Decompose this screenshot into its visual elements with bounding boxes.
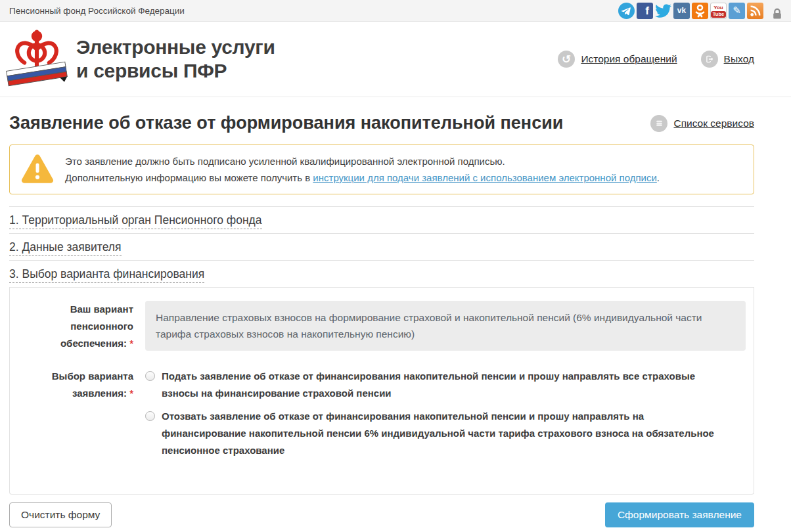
telegram-icon[interactable]	[618, 3, 635, 19]
twitter-icon[interactable]	[655, 3, 671, 19]
pension-variant-field: Направление страховых взносов на формиро…	[145, 301, 746, 351]
facebook-icon[interactable]: f	[637, 3, 653, 19]
top-bar: Пенсионный фонд Российской Федерации f v…	[0, 0, 791, 22]
logout-icon	[701, 51, 718, 68]
radio-revoke[interactable]	[145, 411, 155, 421]
form-sections: 1. Территориальный орган Пенсионного фон…	[9, 206, 754, 288]
title-row: Заявление об отказе от формирования нако…	[9, 113, 754, 133]
site-name: Пенсионный фонд Российской Федерации	[9, 6, 185, 16]
pension-variant-field-wrap: Направление страховых взносов на формиро…	[145, 301, 746, 352]
submit-button[interactable]: Сформировать заявление	[605, 502, 754, 527]
list-icon	[650, 115, 667, 132]
livejournal-icon[interactable]: ✎	[729, 3, 745, 19]
financing-panel: Ваш вариант пенсионного обеспечения: * Н…	[9, 288, 754, 495]
rss-icon[interactable]	[747, 3, 763, 19]
statement-options: Подать заявление об отказе от финансиров…	[145, 368, 746, 465]
instructions-link[interactable]: инструкции для подачи заявлений с исполь…	[313, 172, 656, 183]
warning-line-1: Это заявление должно быть подписано усил…	[65, 153, 660, 169]
history-icon: ↺	[558, 51, 575, 68]
radio-refuse[interactable]	[145, 371, 155, 381]
section-financing-choice[interactable]: 3. Выбор варианта финансирования	[9, 261, 754, 288]
services-list-link[interactable]: Список сервисов	[650, 115, 754, 132]
required-mark: *	[129, 338, 133, 349]
clear-form-button[interactable]: Очистить форму	[9, 502, 112, 527]
lock-icon	[772, 8, 782, 22]
pension-variant-row: Ваш вариант пенсионного обеспечения: * Н…	[20, 301, 746, 352]
required-mark: *	[129, 388, 133, 399]
option-refuse: Подать заявление об отказе от финансиров…	[145, 368, 746, 402]
logout-link[interactable]: Выход	[701, 51, 754, 68]
history-link[interactable]: ↺ История обращений	[558, 51, 677, 68]
brand-title: Электронные услуги и сервисы ПФР	[76, 35, 275, 83]
section-applicant-data[interactable]: 2. Данные заявителя	[9, 234, 754, 261]
option-revoke: Отозвать заявление об отказе от финансир…	[145, 408, 746, 459]
statement-choice-label: Выбор варианта заявления: *	[20, 368, 133, 465]
section-territorial-body[interactable]: 1. Территориальный орган Пенсионного фон…	[9, 206, 754, 234]
pension-variant-label: Ваш вариант пенсионного обеспечения: *	[20, 301, 133, 352]
action-bar: Очистить форму Сформировать заявление	[9, 502, 754, 527]
warning-box: Это заявление должно быть подписано усил…	[9, 144, 754, 194]
header-links: ↺ История обращений Выход	[558, 51, 754, 68]
odnoklassniki-icon[interactable]	[692, 3, 708, 19]
warning-line-2: Дополнительную информацию вы можете полу…	[65, 169, 660, 186]
warning-icon	[10, 152, 65, 187]
pfr-logo	[5, 27, 68, 91]
header: Электронные услуги и сервисы ПФР ↺ Истор…	[0, 22, 791, 97]
page-title: Заявление об отказе от формирования нако…	[9, 113, 563, 133]
social-links: f vk You Tube ✎	[618, 3, 763, 19]
vk-icon[interactable]: vk	[673, 3, 690, 19]
warning-text: Это заявление должно быть подписано усил…	[65, 153, 660, 186]
statement-choice-row: Выбор варианта заявления: * Подать заявл…	[20, 368, 746, 465]
youtube-icon[interactable]: You Tube	[710, 3, 727, 19]
brand[interactable]: Электронные услуги и сервисы ПФР	[5, 27, 275, 91]
